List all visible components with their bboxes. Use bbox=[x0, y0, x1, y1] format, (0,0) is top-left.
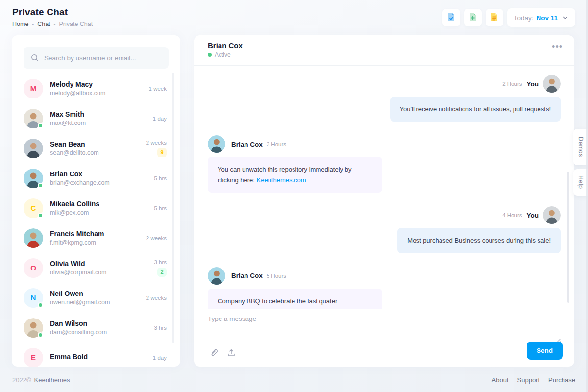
tab-help-label: Help bbox=[577, 175, 584, 189]
chat-composer: Send bbox=[194, 309, 574, 367]
avatar-initial: M bbox=[30, 84, 37, 93]
contact-time: 1 day bbox=[153, 116, 167, 122]
paperclip-icon bbox=[209, 348, 219, 358]
online-status-dot bbox=[38, 213, 43, 218]
chat-menu-button[interactable]: ••• bbox=[552, 42, 563, 51]
page-header: Private Chat Home • Chat • Private Chat bbox=[12, 7, 93, 27]
contact-name: Max Smith bbox=[50, 110, 153, 118]
message-bubble: You can unwatch this repository immediat… bbox=[208, 157, 382, 193]
contact-row-olivia[interactable]: O Olivia Wild olivia@corpmail.com 3 hrs … bbox=[12, 253, 180, 283]
upload-button[interactable] bbox=[226, 348, 236, 358]
contact-row-emma[interactable]: E Emma Bold 1 day bbox=[12, 343, 180, 367]
contact-time: 1 week bbox=[149, 86, 167, 92]
contact-list: M Melody Macy melody@altbox.com 1 week M… bbox=[12, 74, 180, 367]
contact-time: 5 hrs bbox=[154, 175, 167, 181]
footer-link-support[interactable]: Support bbox=[517, 376, 540, 384]
chat-messages: 2 Hours You You'll receive notifications… bbox=[194, 66, 574, 309]
unread-badge: 9 bbox=[157, 148, 167, 157]
avatar bbox=[543, 206, 561, 224]
message-time: 3 Hours bbox=[267, 141, 286, 147]
avatar bbox=[208, 267, 225, 285]
message-in: Brian Cox 5 Hours Company BBQ to celebra… bbox=[208, 267, 561, 309]
contacts-scrollbar[interactable] bbox=[172, 73, 174, 343]
file-lines-button[interactable] bbox=[486, 9, 503, 26]
unread-badge: 2 bbox=[157, 268, 167, 277]
contact-email: max@kt.com bbox=[50, 120, 153, 126]
file-check-icon bbox=[446, 12, 456, 24]
avatar: N bbox=[24, 288, 43, 308]
avatar: C bbox=[24, 198, 43, 218]
avatar bbox=[24, 318, 43, 338]
message-bubble: Company BBQ to celebrate the last quater… bbox=[208, 289, 382, 309]
message-time: 5 Hours bbox=[267, 273, 286, 279]
page-scrollbar[interactable] bbox=[586, 0, 588, 392]
attach-file-button[interactable] bbox=[209, 348, 219, 358]
breadcrumb-current: Private Chat bbox=[59, 21, 93, 27]
contact-time: 3 hrs bbox=[154, 259, 167, 265]
search-input[interactable] bbox=[44, 54, 162, 62]
contact-email: olivia@corpmail.com bbox=[50, 269, 154, 276]
contact-row-max[interactable]: Max Smith max@kt.com 1 day bbox=[12, 103, 180, 133]
search-icon bbox=[30, 53, 39, 62]
contact-name: Mikaela Collins bbox=[50, 200, 154, 208]
contact-email: f.mit@kpmg.com bbox=[50, 239, 146, 246]
chevron-down-icon bbox=[563, 15, 568, 21]
avatar-initial: C bbox=[31, 204, 36, 212]
contact-email: brian@exchange.com bbox=[50, 179, 154, 186]
contact-name: Francis Mitcham bbox=[50, 230, 146, 238]
message-input[interactable] bbox=[208, 315, 555, 339]
page-footer: 2022© Keenthemes About Support Purchase bbox=[12, 376, 575, 384]
message-bubble: You'll receive notifications for all iss… bbox=[390, 97, 561, 122]
date-value: Nov 11 bbox=[536, 14, 558, 22]
file-plus-icon bbox=[468, 12, 478, 24]
contact-email: owen.neil@gmail.com bbox=[50, 299, 146, 306]
contact-time: 2 weeks bbox=[146, 295, 167, 301]
contact-name: Melody Macy bbox=[50, 80, 149, 88]
contact-row-sean[interactable]: Sean Bean sean@dellito.com 2 weeks 9 bbox=[12, 133, 180, 163]
contact-email: melody@altbox.com bbox=[50, 90, 149, 97]
footer-link-about[interactable]: About bbox=[492, 376, 509, 384]
online-status-dot bbox=[38, 332, 43, 338]
avatar bbox=[24, 169, 43, 188]
contact-time: 1 day bbox=[153, 355, 167, 361]
message-out: 2 Hours You You'll receive notifications… bbox=[208, 75, 561, 122]
contact-row-mikaela[interactable]: C Mikaela Collins mik@pex.com 5 hrs bbox=[12, 193, 180, 223]
contact-name: Dan Wilson bbox=[50, 319, 154, 327]
message-out: 4 Hours You Most purchased Business cour… bbox=[208, 206, 561, 253]
message-author: You bbox=[527, 212, 539, 219]
footer-link-purchase[interactable]: Purchase bbox=[548, 376, 575, 384]
file-plus-button[interactable] bbox=[464, 9, 482, 26]
contact-time: 2 weeks bbox=[146, 235, 167, 241]
contact-name: Olivia Wild bbox=[50, 260, 154, 268]
contact-row-melody[interactable]: M Melody Macy melody@altbox.com 1 week bbox=[12, 74, 180, 103]
page-title: Private Chat bbox=[12, 7, 93, 18]
breadcrumb-home[interactable]: Home bbox=[12, 21, 28, 27]
message-author: Brian Cox bbox=[231, 272, 263, 279]
send-button[interactable]: Send bbox=[527, 342, 563, 360]
footer-company-link[interactable]: Keenthemes bbox=[34, 376, 70, 384]
contact-row-neil[interactable]: N Neil Owen owen.neil@gmail.com 2 weeks bbox=[12, 283, 180, 313]
chat-scrollbar[interactable] bbox=[567, 172, 569, 303]
avatar bbox=[24, 109, 43, 128]
file-check-button[interactable] bbox=[442, 9, 460, 26]
contact-row-dan[interactable]: Dan Wilson dam@consilting.com 3 hrs bbox=[12, 313, 180, 343]
contacts-panel: M Melody Macy melody@altbox.com 1 week M… bbox=[12, 35, 180, 367]
chat-panel: Brian Cox Active ••• 2 Hours You You'll … bbox=[194, 35, 574, 367]
contact-name: Sean Bean bbox=[50, 140, 146, 148]
chat-peer-status: Active bbox=[215, 51, 231, 58]
contact-row-brian[interactable]: Brian Cox brian@exchange.com 5 hrs bbox=[12, 163, 180, 193]
message-link[interactable]: Keenthemes.com bbox=[256, 176, 306, 184]
avatar-initial: E bbox=[31, 353, 36, 362]
avatar bbox=[24, 139, 43, 158]
breadcrumb-separator: • bbox=[54, 21, 56, 27]
date-selector[interactable]: Today: Nov 11 bbox=[507, 8, 575, 27]
contact-row-francis[interactable]: Francis Mitcham f.mit@kpmg.com 2 weeks bbox=[12, 223, 180, 253]
message-in: Brian Cox 3 Hours You can unwatch this r… bbox=[208, 135, 561, 193]
avatar bbox=[24, 228, 43, 248]
breadcrumb-separator: • bbox=[32, 21, 34, 27]
upload-icon bbox=[226, 348, 236, 358]
message-bubble: Most purchased Business courses during t… bbox=[397, 228, 561, 253]
contact-time: 2 weeks bbox=[146, 140, 167, 146]
chat-header: Brian Cox Active ••• bbox=[194, 35, 574, 66]
breadcrumb-chat[interactable]: Chat bbox=[37, 21, 50, 27]
